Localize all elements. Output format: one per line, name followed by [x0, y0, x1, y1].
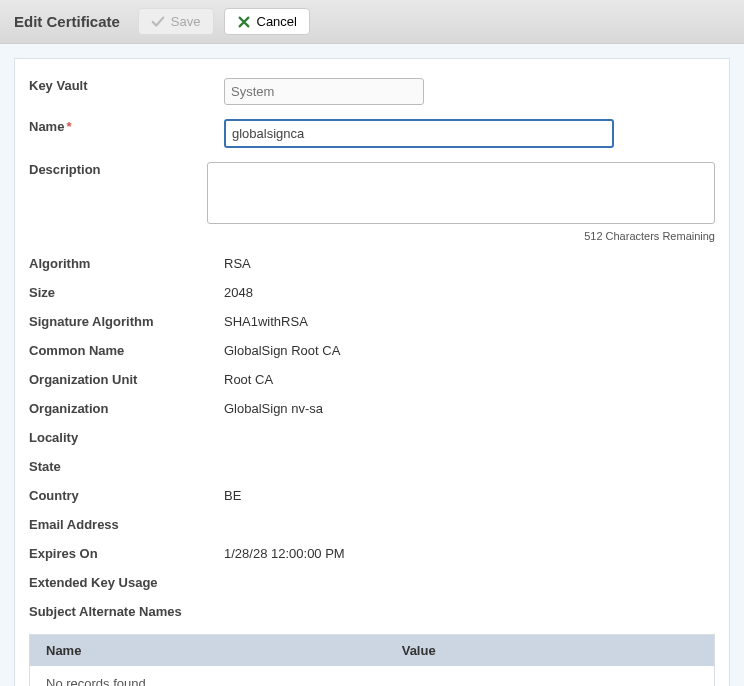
country-label: Country [29, 484, 224, 503]
save-button-label: Save [171, 14, 201, 29]
org-value: GlobalSign nv-sa [224, 397, 715, 416]
col-value: Value [386, 635, 715, 667]
size-value: 2048 [224, 281, 715, 300]
email-value [224, 513, 715, 517]
key-vault-field [224, 78, 424, 105]
algorithm-label: Algorithm [29, 252, 224, 271]
ou-value: Root CA [224, 368, 715, 387]
locality-label: Locality [29, 426, 224, 445]
header-bar: Edit Certificate Save Cancel [0, 0, 744, 44]
cancel-button[interactable]: Cancel [224, 8, 310, 35]
cancel-button-label: Cancel [257, 14, 297, 29]
table-row: No records found. [30, 666, 715, 686]
name-field[interactable] [224, 119, 614, 148]
save-button: Save [138, 8, 214, 35]
key-vault-label: Key Vault [29, 74, 224, 93]
description-label: Description [29, 158, 207, 177]
check-icon [151, 15, 165, 29]
eku-value [224, 571, 715, 575]
expires-label: Expires On [29, 542, 224, 561]
name-label: Name* [29, 115, 224, 134]
san-table: Name Value No records found. [29, 634, 715, 686]
expires-value: 1/28/28 12:00:00 PM [224, 542, 715, 561]
org-label: Organization [29, 397, 224, 416]
locality-value [224, 426, 715, 430]
state-label: State [29, 455, 224, 474]
eku-label: Extended Key Usage [29, 571, 224, 590]
algorithm-value: RSA [224, 252, 715, 271]
size-label: Size [29, 281, 224, 300]
body-wrapper: Key Vault Name* Description 512 Characte… [0, 44, 744, 686]
san-label: Subject Alternate Names [29, 600, 182, 619]
sig-alg-value: SHA1withRSA [224, 310, 715, 329]
country-value: BE [224, 484, 715, 503]
page-title: Edit Certificate [14, 13, 120, 30]
email-label: Email Address [29, 513, 224, 532]
col-name: Name [30, 635, 386, 667]
table-header-row: Name Value [30, 635, 715, 667]
ou-label: Organization Unit [29, 368, 224, 387]
form-panel: Key Vault Name* Description 512 Characte… [14, 58, 730, 686]
required-asterisk: * [66, 119, 71, 134]
close-icon [237, 15, 251, 29]
empty-message: No records found. [30, 666, 715, 686]
state-value [224, 455, 715, 459]
description-field[interactable] [207, 162, 715, 224]
character-counter: 512 Characters Remaining [207, 230, 715, 242]
common-name-label: Common Name [29, 339, 224, 358]
common-name-value: GlobalSign Root CA [224, 339, 715, 358]
sig-alg-label: Signature Algorithm [29, 310, 224, 329]
